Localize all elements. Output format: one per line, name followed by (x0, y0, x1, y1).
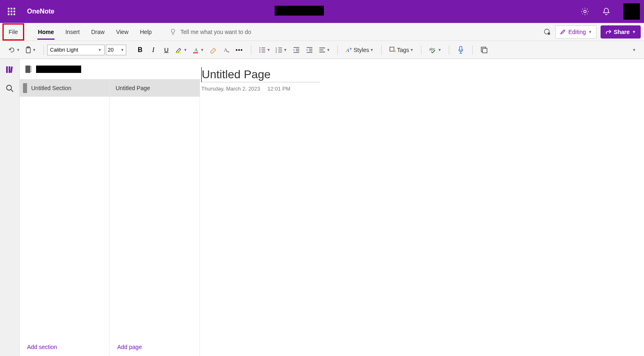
indent-button[interactable] (304, 43, 315, 57)
gear-icon (581, 7, 589, 16)
ribbon-expand-button[interactable]: ▼ (628, 43, 640, 57)
svg-rect-42 (25, 66, 30, 73)
undo-button[interactable]: ▼ (7, 43, 22, 57)
chevron-down-icon: ▼ (16, 48, 20, 52)
settings-button[interactable] (578, 5, 592, 18)
underline-button[interactable]: U (161, 43, 172, 57)
chevron-down-icon: ▼ (588, 30, 592, 34)
chevron-down-icon: ▼ (632, 30, 636, 34)
font-color-button[interactable]: A ▼ (191, 43, 206, 57)
format-painter-button[interactable]: A (221, 43, 232, 57)
page-title-input[interactable] (201, 67, 320, 82)
menu-bar: File Home Insert Draw View Help Tell me … (0, 23, 644, 41)
title-bar: OneNote (0, 0, 644, 23)
tell-me-search[interactable]: Tell me what you want to do (170, 29, 251, 35)
app-launcher-button[interactable] (4, 4, 19, 19)
svg-rect-35 (460, 46, 462, 50)
notebook-header[interactable] (20, 59, 200, 79)
add-section-button[interactable]: Add section (20, 338, 109, 356)
align-button[interactable]: ▼ (317, 43, 332, 57)
feed-icon (480, 46, 488, 54)
feed-button[interactable] (478, 43, 490, 57)
search-icon (6, 84, 14, 93)
add-page-button[interactable]: Add page (110, 338, 200, 356)
svg-rect-39 (9, 66, 10, 73)
align-icon (319, 47, 326, 53)
svg-point-40 (7, 85, 11, 90)
sections-column: Untitled Section Add section (20, 79, 110, 356)
section-color-tab (23, 83, 27, 93)
microphone-icon (457, 46, 464, 54)
chevron-down-icon: ▼ (121, 48, 124, 52)
chevron-down-icon: ▼ (267, 48, 271, 52)
app-name[interactable]: OneNote (27, 8, 55, 15)
italic-button[interactable]: I (148, 43, 159, 57)
chevron-down-icon: ▼ (327, 48, 330, 52)
page-item[interactable]: Untitled Page (110, 79, 200, 97)
user-avatar-redacted[interactable] (624, 3, 640, 20)
underline-icon: U (164, 46, 168, 53)
document-title-redacted[interactable] (275, 6, 324, 16)
tab-insert[interactable]: Insert (59, 23, 85, 41)
notifications-button[interactable] (600, 5, 613, 18)
svg-rect-43 (31, 66, 32, 68)
chevron-down-icon: ▼ (438, 48, 441, 52)
chevron-down-icon: ▼ (633, 48, 636, 52)
sync-icon (543, 28, 551, 36)
outdent-button[interactable] (291, 43, 302, 57)
section-item[interactable]: Untitled Section (20, 79, 109, 97)
spellcheck-icon: abc (429, 46, 437, 54)
app-body: Untitled Section Add section Untitled Pa… (0, 59, 644, 356)
svg-point-11 (259, 49, 260, 50)
font-name-selector[interactable]: Calibri Light ▼ (47, 45, 105, 55)
page-time: 12:01 PM (268, 86, 291, 92)
chevron-down-icon: ▼ (410, 48, 414, 52)
svg-text:A: A (346, 47, 349, 53)
svg-point-13 (259, 51, 260, 52)
share-icon (605, 29, 611, 35)
navigation-pane: Untitled Section Add section Untitled Pa… (20, 59, 200, 356)
page-canvas[interactable]: Thursday, March 2, 2023 12:01 PM (200, 59, 644, 356)
svg-rect-3 (26, 48, 30, 53)
styles-button[interactable]: A Styles ▼ (344, 43, 375, 57)
chevron-down-icon: ▼ (200, 48, 204, 52)
bullets-icon (259, 47, 266, 53)
tab-draw[interactable]: Draw (85, 23, 110, 41)
more-formatting-button[interactable]: ••• (234, 43, 245, 57)
ellipsis-icon: ••• (236, 47, 243, 53)
notebooks-button[interactable] (3, 63, 16, 76)
svg-rect-5 (176, 52, 181, 53)
svg-rect-37 (482, 48, 487, 53)
svg-rect-7 (193, 52, 198, 53)
tab-home[interactable]: Home (32, 23, 60, 41)
left-rail (0, 59, 20, 356)
highlight-button[interactable]: ▼ (174, 43, 189, 57)
spellcheck-button[interactable]: abc ▼ (427, 43, 443, 57)
share-button[interactable]: Share ▼ (601, 25, 641, 39)
paste-button[interactable]: ▼ (23, 43, 38, 57)
dictate-button[interactable] (455, 43, 467, 57)
notebook-icon (25, 65, 32, 73)
font-size-selector[interactable]: 20 ▼ (106, 45, 126, 55)
pencil-icon (560, 29, 566, 35)
svg-text:3: 3 (275, 51, 277, 53)
font-color-icon: A (192, 46, 200, 54)
svg-rect-45 (31, 70, 32, 72)
editing-mode-button[interactable]: Editing ▼ (555, 25, 596, 39)
search-button[interactable] (3, 82, 16, 95)
catchup-button[interactable] (543, 28, 551, 36)
bold-button[interactable]: B (134, 43, 146, 57)
tags-button[interactable]: Tags ▼ (387, 43, 416, 57)
clear-formatting-button[interactable] (207, 43, 219, 57)
chevron-down-icon: ▼ (184, 48, 187, 52)
chevron-down-icon: ▼ (284, 48, 287, 52)
notebooks-icon (5, 65, 14, 74)
tab-view[interactable]: View (110, 23, 134, 41)
tab-help[interactable]: Help (134, 23, 157, 41)
tab-file[interactable]: File (2, 23, 24, 41)
numbering-button[interactable]: 123 ▼ (274, 43, 289, 57)
undo-icon (8, 46, 16, 54)
format-painter-icon: A (223, 46, 230, 54)
bullets-button[interactable]: ▼ (257, 43, 272, 57)
eraser-icon (209, 46, 217, 54)
